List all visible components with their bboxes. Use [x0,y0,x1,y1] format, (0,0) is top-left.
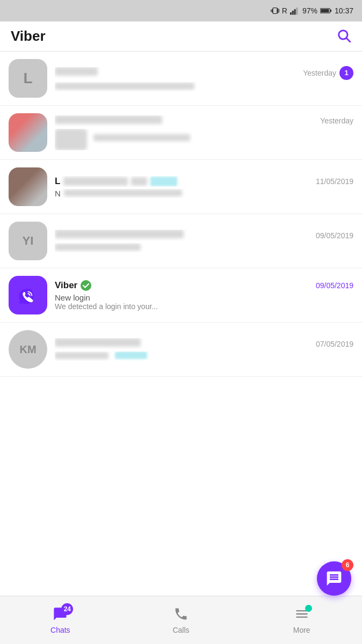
fab-container: 6 [317,561,351,596]
new-chat-fab[interactable]: 6 [317,561,351,596]
chat-item-2[interactable]: Yesterday [0,106,362,160]
chat-item-4[interactable]: YI 09/05/2019 [0,214,362,268]
svg-rect-3 [296,8,298,15]
nav-icon-calls [173,606,189,624]
chat-preview-6 [55,352,353,361]
chat-item-1[interactable]: L Yesterday 1 [0,52,362,106]
nav-item-more[interactable]: More [241,596,362,644]
chat-item-viber[interactable]: Viber 09/05/2019 New login We detected a… [0,268,362,323]
avatar-initial-6: KM [19,343,36,356]
chat-time-1: Yesterday [303,69,336,77]
chat-preview-viber: New login We detected a login into your.… [55,293,353,311]
nav-label-more: More [293,626,310,634]
chat-badge-1: 1 [339,66,353,80]
search-button[interactable] [336,28,351,45]
chat-preview-3: N [55,189,353,198]
chat-info-1: Yesterday 1 [55,66,353,91]
avatar-6: KM [9,330,47,369]
nav-label-chats: Chats [50,626,70,634]
avatar-2 [9,113,47,152]
chat-time-2: Yesterday [320,116,353,125]
svg-rect-6 [330,10,331,12]
phone-nav-icon [173,606,189,621]
chat-info-3: L 11/05/2019 N [55,176,353,198]
avatar-viber [9,276,47,314]
svg-rect-5 [321,9,329,12]
chat-name-viber: Viber [55,280,312,291]
app-title: Viber [11,28,46,45]
more-dot [305,605,312,612]
svg-rect-1 [292,11,294,15]
nav-icon-chats: 24 [53,606,68,624]
battery-percent: 97% [302,6,317,15]
chat-name-3: L [55,176,312,187]
svg-rect-2 [294,9,295,15]
nav-item-chats[interactable]: 24 Chats [0,596,121,644]
app-header: Viber [0,21,362,52]
chat-time-3: 11/05/2019 [316,177,353,186]
chat-preview-4 [55,243,353,252]
chat-info-6: 07/05/2019 [55,338,353,361]
chat-time-viber: 09/05/2019 [316,281,353,290]
avatar-1: L [9,59,47,98]
chat-name-4 [55,230,312,241]
chat-time-6: 07/05/2019 [316,340,353,348]
chat-time-4: 09/05/2019 [316,231,353,240]
verified-icon [81,280,91,291]
chat-name-6 [55,338,312,349]
chat-info-viber: Viber 09/05/2019 New login We detected a… [55,280,353,311]
avatar-initial-1: L [23,70,32,87]
viber-logo-icon [16,283,40,307]
status-icons: R 97% 10:37 [271,6,353,15]
fab-badge: 6 [342,559,353,571]
fab-chat-icon [325,570,343,587]
signal-r: R [282,6,287,15]
svg-line-8 [346,38,350,41]
nav-label-calls: Calls [172,626,189,634]
svg-point-10 [81,280,91,291]
time-display: 10:37 [335,6,353,15]
status-bar: R 97% 10:37 [0,0,362,21]
svg-rect-0 [290,12,292,15]
battery-icon [320,7,332,14]
chat-preview-2 [55,129,353,150]
chats-badge: 24 [61,603,73,615]
avatar-3 [9,167,47,206]
chat-item-6[interactable]: KM 07/05/2019 [0,323,362,377]
avatar-initial-4: YI [23,234,34,248]
signal-icon [290,6,300,15]
avatar-4: YI [9,222,47,260]
chat-info-2: Yesterday [55,115,353,150]
nav-item-calls[interactable]: Calls [121,596,242,644]
chat-preview-1 [55,82,353,91]
nav-icon-more [294,606,309,624]
chat-list: L Yesterday 1 Yesterday [0,52,362,425]
chat-item-3[interactable]: L 11/05/2019 N [0,160,362,214]
chat-name-2 [55,115,316,127]
chat-info-4: 09/05/2019 [55,230,353,252]
chat-name-1 [55,67,299,78]
bottom-nav: 24 Chats Calls More [0,596,362,644]
vibrate-icon [271,6,279,15]
